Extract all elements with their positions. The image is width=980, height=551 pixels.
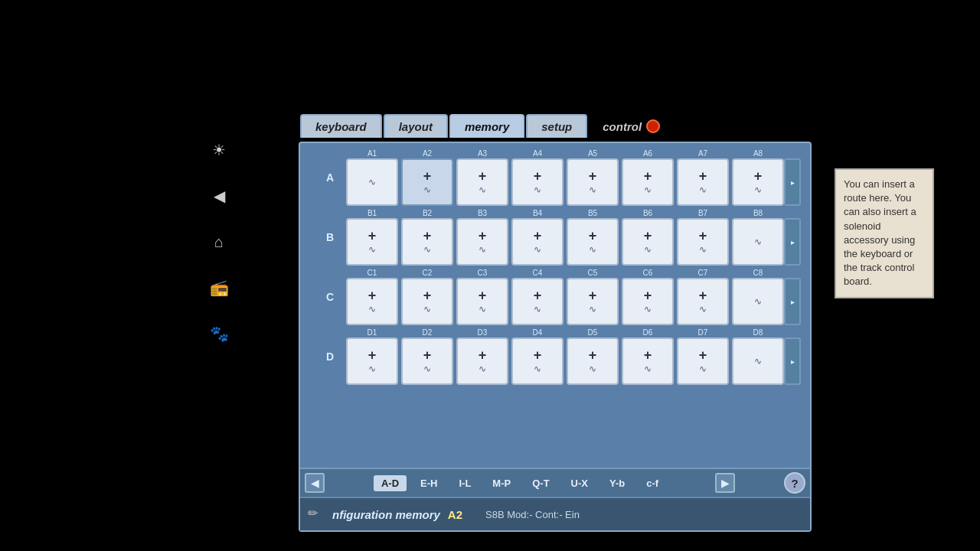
cell-C6[interactable]: +∿ — [622, 278, 674, 325]
brightness-icon[interactable]: ☀ — [207, 138, 231, 162]
cell-D6[interactable]: +∿ — [622, 337, 674, 385]
cell-A6[interactable]: + ∿ — [622, 158, 674, 206]
col-header-A2: A2 — [401, 149, 453, 158]
cell-B1[interactable]: +∿ — [346, 218, 398, 266]
col-header-D6: D6 — [622, 328, 674, 337]
cell-D8[interactable]: ∿ — [732, 337, 784, 385]
cell-B7[interactable]: +∿ — [677, 218, 729, 266]
cell-D1[interactable]: +∿ — [346, 337, 398, 385]
col-header-C8: C8 — [732, 269, 784, 277]
nav-range-AD[interactable]: A-D — [374, 475, 407, 491]
col-header-A3: A3 — [456, 149, 508, 158]
cell-A3[interactable]: + ∿ — [456, 158, 508, 206]
col-header-B5: B5 — [567, 209, 619, 217]
col-header-C7: C7 — [677, 269, 729, 277]
help-panel: You can insert a route here. You can als… — [835, 168, 934, 298]
col-header-A8: A8 — [732, 149, 784, 158]
cell-B3[interactable]: +∿ — [456, 218, 508, 266]
tab-bar: keyboard layout memory setup control — [300, 114, 674, 138]
col-header-C6: C6 — [622, 269, 674, 277]
cell-B6[interactable]: +∿ — [622, 218, 674, 266]
row-label-B: B — [326, 231, 334, 243]
nav-range-Yb[interactable]: Y-b — [602, 475, 632, 491]
col-header-D5: D5 — [567, 328, 619, 337]
col-header-A5: A5 — [567, 149, 619, 158]
cell-D2[interactable]: +∿ — [401, 337, 453, 385]
col-header-B6: B6 — [622, 209, 674, 217]
status-details: S8B Mod:- Cont:- Ein — [485, 509, 580, 520]
tab-control[interactable]: control — [589, 115, 674, 138]
col-header-D2: D2 — [401, 328, 453, 337]
col-header-D3: D3 — [456, 328, 508, 337]
row-B: B1 B2 B3 B4 B5 B6 B7 B8 B +∿ +∿ +∿ +∿ +∿… — [323, 209, 805, 266]
col-header-A1: A1 — [346, 149, 398, 158]
config-cell-id: A2 — [448, 508, 462, 521]
row-C-cells: +∿ +∿ +∿ +∿ +∿ +∿ +∿ ∿ — [346, 278, 784, 325]
radio-icon[interactable]: 📻 — [207, 276, 231, 300]
volume-icon[interactable]: ◀ — [207, 184, 231, 208]
tab-setup[interactable]: setup — [526, 114, 587, 138]
row-A-cells: ∿ + ∿ + ∿ + ∿ + — [346, 158, 784, 206]
cell-B4[interactable]: +∿ — [511, 218, 564, 266]
help-text: You can insert a route here. You can als… — [844, 178, 916, 287]
cell-B2[interactable]: +∿ — [401, 218, 453, 266]
row-D-cells: +∿ +∿ +∿ +∿ +∿ +∿ +∿ ∿ — [346, 337, 784, 385]
cell-A8[interactable]: + ∿ — [732, 158, 784, 206]
row-label-A: A — [326, 171, 334, 184]
nav-range-EH[interactable]: E-H — [413, 475, 445, 491]
tab-memory[interactable]: memory — [449, 114, 524, 138]
control-indicator — [646, 119, 660, 133]
help-button[interactable]: ? — [784, 472, 805, 494]
tab-layout[interactable]: layout — [384, 114, 448, 138]
cell-C2[interactable]: +∿ — [401, 278, 453, 325]
track-icon[interactable]: 🐾 — [207, 321, 231, 346]
edit-icon[interactable]: ✏ — [308, 506, 325, 523]
nav-ranges: A-D E-H I-L M-P Q-T U-X Y-b c-f — [374, 475, 666, 491]
cell-A1[interactable]: ∿ — [346, 158, 398, 206]
col-header-D7: D7 — [677, 328, 729, 337]
row-A-scroll[interactable]: ▸ — [784, 158, 801, 206]
bottom-nav: ◀ A-D E-H I-L M-P Q-T U-X Y-b c-f ▶ ? — [300, 468, 810, 497]
col-header-A4: A4 — [511, 149, 564, 158]
cell-A7[interactable]: + ∿ — [677, 158, 729, 206]
row-C: C1 C2 C3 C4 C5 C6 C7 C8 C +∿ +∿ +∿ +∿ +∿… — [323, 269, 805, 325]
cell-A4[interactable]: + ∿ — [511, 158, 564, 206]
nav-range-cf[interactable]: c-f — [639, 475, 666, 491]
nav-range-QT[interactable]: Q-T — [524, 475, 557, 491]
cell-C1[interactable]: +∿ — [346, 278, 398, 325]
row-D: D1 D2 D3 D4 D5 D6 D7 D8 D +∿ +∿ +∿ +∿ +∿… — [323, 328, 805, 385]
row-label-D: D — [326, 350, 334, 363]
cell-C4[interactable]: +∿ — [511, 278, 564, 325]
col-header-A7: A7 — [677, 149, 729, 158]
cell-B8[interactable]: ∿ — [732, 218, 784, 266]
row-C-scroll[interactable]: ▸ — [784, 278, 801, 325]
cell-C7[interactable]: +∿ — [677, 278, 729, 325]
cell-A2[interactable]: + ∿ — [401, 158, 453, 206]
nav-range-MP[interactable]: M-P — [485, 475, 518, 491]
cell-C3[interactable]: +∿ — [456, 278, 508, 325]
cell-D7[interactable]: +∿ — [677, 337, 729, 385]
row-D-scroll[interactable]: ▸ — [784, 337, 801, 385]
home-icon[interactable]: ⌂ — [207, 230, 231, 254]
col-header-D4: D4 — [511, 328, 564, 337]
cell-D3[interactable]: +∿ — [456, 337, 508, 385]
row-B-scroll[interactable]: ▸ — [784, 218, 801, 266]
col-header-B2: B2 — [401, 209, 453, 217]
nav-range-IL[interactable]: I-L — [451, 475, 479, 491]
cell-A5[interactable]: + ∿ — [567, 158, 619, 206]
cell-C5[interactable]: +∿ — [567, 278, 619, 325]
cell-D5[interactable]: +∿ — [567, 337, 619, 385]
cell-C8[interactable]: ∿ — [732, 278, 784, 325]
nav-next[interactable]: ▶ — [715, 473, 735, 493]
tab-keyboard[interactable]: keyboard — [300, 114, 382, 138]
cell-D4[interactable]: +∿ — [511, 337, 564, 385]
col-header-C5: C5 — [567, 269, 619, 277]
nav-prev[interactable]: ◀ — [305, 473, 325, 493]
col-header-A6: A6 — [622, 149, 674, 158]
cell-B5[interactable]: +∿ — [567, 218, 619, 266]
col-header-B8: B8 — [732, 209, 784, 217]
col-header-C3: C3 — [456, 269, 508, 277]
row-A: A1 A2 A3 A4 A5 A6 A7 A8 A ∿ + ∿ — [323, 149, 805, 206]
nav-range-UX[interactable]: U-X — [564, 475, 596, 491]
col-header-C1: C1 — [346, 269, 398, 277]
